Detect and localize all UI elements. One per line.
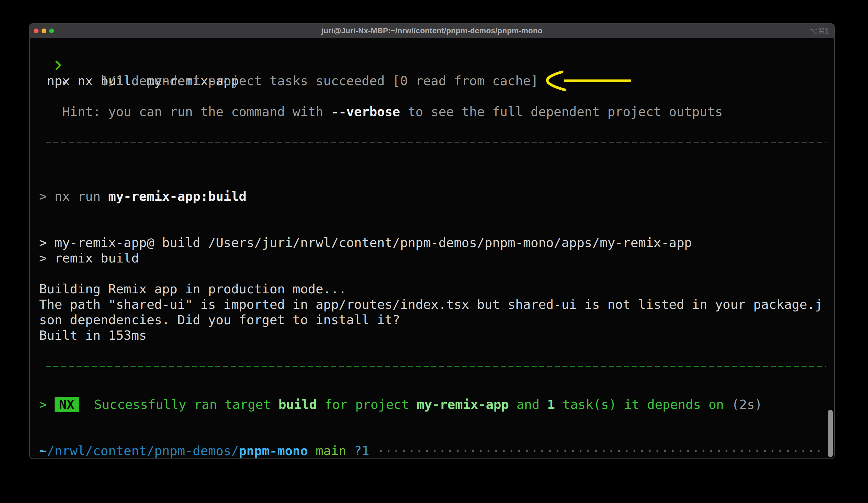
prompt-path-line: ~/nrwl/content/pnpm-demos/pnpm-mono main… — [39, 443, 834, 459]
separator-gray — [46, 142, 826, 143]
text-segment — [39, 73, 62, 88]
duration-text: (2s) — [732, 397, 762, 412]
task-status-text: 1/1 dependent project tasks succeeded [0… — [70, 73, 538, 88]
remix-build-line: > remix build — [39, 250, 834, 266]
cwd-dir: pnpm-mono — [239, 443, 308, 458]
terminal-line — [39, 343, 834, 359]
text-segment: son dependencies. Did you forget to inst… — [39, 312, 400, 327]
warning-line-2: son dependencies. Did you forget to inst… — [39, 312, 834, 328]
terminal-line — [39, 158, 834, 173]
hint-line: Hint: you can run the command with --ver… — [39, 104, 834, 119]
text-segment: ~ — [39, 443, 47, 458]
text-segment: my-remix-app — [417, 397, 509, 412]
text-segment — [308, 443, 316, 458]
text-segment: build — [279, 397, 317, 412]
text-segment: > — [39, 397, 54, 412]
check-icon: ✔ — [62, 73, 70, 88]
text-segment: The path "shared-ui" is imported in app/… — [39, 297, 823, 312]
task-status-line: ✔ 1/1 dependent project tasks succeeded … — [39, 73, 834, 89]
nx-success-line: > NX Successfully ran target build for p… — [39, 397, 834, 412]
titlebar[interactable]: juri@Juri-Nx-MBP:~/nrwl/content/pnpm-dem… — [30, 24, 834, 38]
text-segment: Hint: you can run the command with — [39, 104, 331, 119]
separator-gray — [39, 142, 834, 158]
terminal-line — [39, 204, 834, 219]
terminal-line — [39, 412, 834, 427]
terminal-line — [39, 219, 834, 235]
terminal-line — [39, 427, 834, 443]
terminal-line — [39, 266, 834, 281]
nx-run-target: my-remix-app:build — [108, 189, 247, 204]
text-segment — [369, 443, 377, 458]
cwd-path: /nrwl/content/pnpm-demos/ — [47, 443, 239, 458]
building-line: Building Remix app in production mode... — [39, 281, 834, 296]
separator-green — [46, 366, 826, 367]
scrollbar-thumb[interactable] — [828, 410, 833, 457]
prompt-line — [39, 459, 834, 459]
terminal-window: juri@Juri-Nx-MBP:~/nrwl/content/pnpm-dem… — [29, 23, 835, 459]
text-segment: for project — [317, 397, 417, 412]
verbose-flag: --verbose — [331, 104, 400, 119]
warning-line-1: The path "shared-ui" is imported in app/… — [39, 296, 834, 312]
minimize-button[interactable] — [42, 29, 46, 33]
text-segment: to see the full dependent project output… — [400, 104, 723, 119]
text-segment — [79, 397, 94, 412]
git-branch: main — [316, 443, 347, 458]
text-segment: task(s) it depends on — [555, 397, 732, 412]
text-segment: Successfully ran target — [94, 397, 278, 412]
text-segment: > remix build — [39, 251, 139, 265]
text-segment: and — [509, 397, 547, 412]
text-segment: > nx run — [39, 189, 108, 204]
built-time-line: Built in 153ms — [39, 328, 834, 343]
terminal-body[interactable]: npx nx build my-remix-app ✔ 1/1 dependen… — [30, 38, 834, 459]
close-button[interactable] — [34, 29, 39, 33]
terminal-line — [39, 58, 834, 73]
text-segment: Built in 153ms — [39, 328, 146, 343]
command-line: npx nx build my-remix-app — [39, 42, 834, 58]
traffic-lights — [34, 24, 54, 38]
window-shortcut-badge: ⌥⌘1 — [809, 24, 829, 38]
nx-badge: NX — [54, 397, 79, 412]
terminal-line — [39, 381, 834, 397]
zoom-button[interactable] — [49, 29, 54, 33]
prompt-chevron-icon — [54, 58, 62, 73]
separator-green — [39, 366, 834, 381]
terminal-line — [39, 89, 834, 104]
terminal-line — [39, 173, 834, 189]
text-segment: > my-remix-app@ build /Users/juri/nrwl/c… — [39, 235, 692, 250]
text-segment: 1 — [547, 397, 555, 412]
text-segment: Building Remix app in production mode... — [39, 281, 347, 296]
git-status: ?1 — [354, 443, 369, 458]
pnpm-script-line: > my-remix-app@ build /Users/juri/nrwl/c… — [39, 235, 834, 250]
terminal-line — [39, 119, 834, 135]
text-segment — [347, 443, 354, 458]
nx-run-line: > nx run my-remix-app:build — [39, 189, 834, 204]
window-title: juri@Juri-Nx-MBP:~/nrwl/content/pnpm-dem… — [321, 26, 542, 35]
prompt-fill-dots: ········································… — [377, 443, 823, 458]
